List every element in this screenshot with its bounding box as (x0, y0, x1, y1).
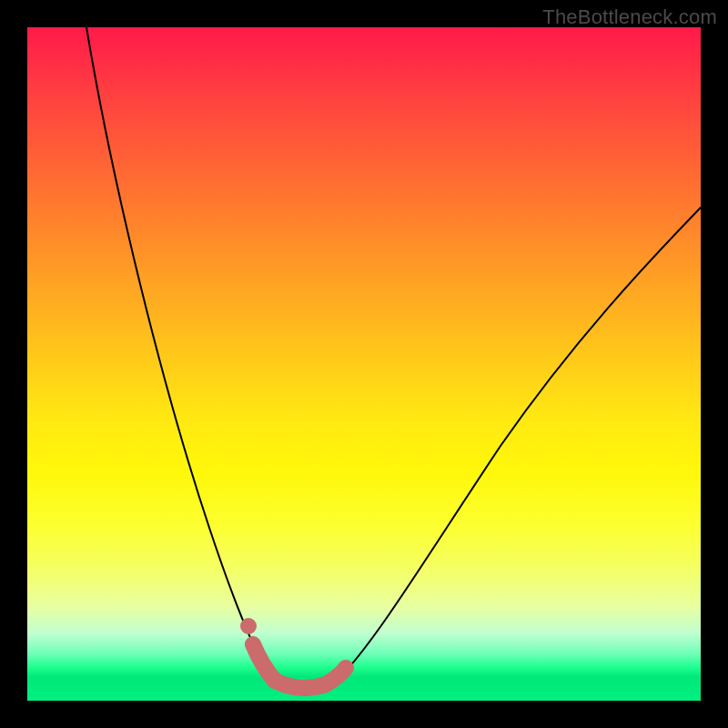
optimal-region-highlight (253, 644, 346, 688)
curve-left-branch (86, 27, 275, 681)
curve-right-branch (335, 207, 701, 682)
chart-plot-area (27, 27, 701, 701)
highlight-start-dot (240, 618, 257, 634)
watermark-text: TheBottleneck.com (542, 5, 717, 29)
bottleneck-curve (27, 27, 701, 701)
